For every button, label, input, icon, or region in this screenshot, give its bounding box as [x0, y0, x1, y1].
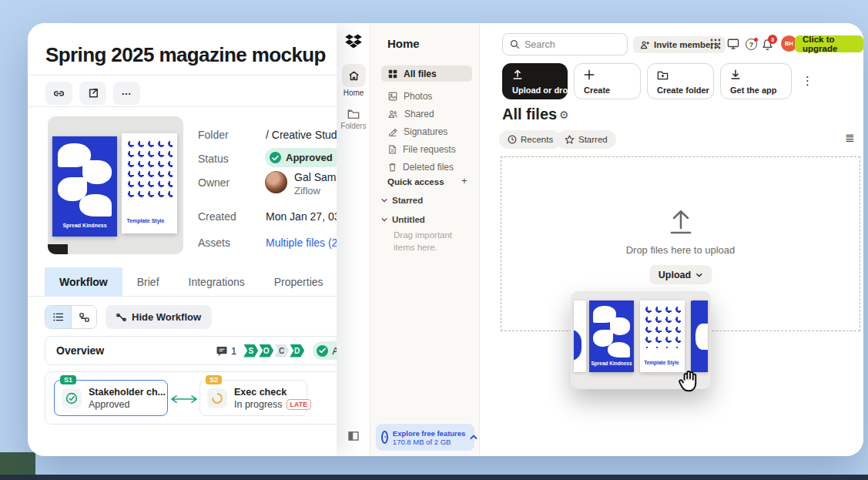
- stage-badge-c: C: [274, 344, 289, 357]
- created-value: Mon Jan 27, 03:: [266, 210, 337, 223]
- step-title: Exec check: [234, 387, 287, 398]
- dropzone-upload-button[interactable]: Upload: [649, 265, 712, 284]
- apps-grid-icon[interactable]: [710, 39, 721, 52]
- sidebar-item-label: Deleted files: [403, 162, 454, 173]
- copy-link-button[interactable]: [45, 82, 72, 105]
- tab-properties[interactable]: Properties: [260, 267, 337, 297]
- upload-button-label: Upload: [659, 270, 691, 280]
- assets-link[interactable]: Multiple files (2): [266, 237, 337, 249]
- storage-upsell[interactable]: ◔ Explore free features 170.8 MB of 2 GB: [376, 424, 474, 451]
- flow-view-icon: [79, 313, 89, 322]
- folder-label: Folder: [198, 129, 229, 141]
- more-options-button[interactable]: …: [113, 82, 140, 105]
- rail-home-label[interactable]: Home: [337, 89, 370, 97]
- sidebar-item-photos[interactable]: Photos: [381, 88, 472, 104]
- more-actions-icon[interactable]: ⋮: [802, 74, 813, 88]
- cover-thumbnail-spread-kindness: Spread Kindness: [589, 300, 634, 372]
- workflow-overview-row[interactable]: Overview 1 S O C D Approved: [45, 336, 337, 365]
- upload-or-drop-button[interactable]: Upload or drop: [502, 63, 568, 99]
- assets-label: Assets: [198, 237, 230, 249]
- rail-folders-label[interactable]: Folders: [337, 122, 370, 130]
- notification-count-badge: 3: [768, 35, 777, 44]
- step-status: Approved: [89, 399, 130, 410]
- collapse-sidebar-icon[interactable]: [348, 430, 359, 444]
- starred-filter-chip[interactable]: Starred: [556, 130, 616, 149]
- proof-thumbnail[interactable]: Spread Kindness Template Style: [48, 116, 183, 254]
- folder-plus-icon: [657, 69, 669, 83]
- quick-access-heading: Quick access: [387, 177, 444, 186]
- comment-icon: [216, 346, 227, 356]
- dropbox-main: Invite members ? 3 BH Click to upgrade: [480, 23, 863, 456]
- home-icon: [348, 70, 360, 82]
- list-view-icon: [53, 313, 63, 321]
- create-button[interactable]: Create: [574, 63, 641, 99]
- gear-icon[interactable]: ⚙: [559, 109, 569, 121]
- tab-integrations[interactable]: Integrations: [174, 267, 260, 297]
- notifications-bell-icon[interactable]: 3: [762, 39, 773, 54]
- hide-workflow-button[interactable]: Hide Workflow: [106, 305, 212, 329]
- signature-icon: [388, 127, 397, 136]
- list-view-icon[interactable]: ≣: [845, 131, 855, 145]
- stage-badge-d: D: [290, 344, 304, 357]
- quick-access-hint: Drag important items here.: [394, 230, 464, 253]
- search-input[interactable]: [524, 39, 617, 50]
- dropbox-logo-icon[interactable]: [345, 34, 362, 52]
- owner-avatar: [265, 171, 287, 193]
- upload-icon: [512, 69, 523, 83]
- create-folder-button[interactable]: Create folder: [647, 63, 714, 99]
- sidebar-item-file-requests[interactable]: File requests: [381, 141, 472, 157]
- sidebar-item-label: Shared: [404, 109, 434, 119]
- folder-icon: [347, 109, 360, 119]
- check-circle-icon: [270, 152, 281, 163]
- stage-badge-o: O: [259, 344, 273, 357]
- dropbox-sidebar: Home All files Photos Shared Signatures …: [370, 23, 480, 456]
- search-input-wrapper[interactable]: [502, 33, 628, 55]
- quick-access-untitled[interactable]: Untitled: [381, 215, 425, 224]
- chevron-up-icon[interactable]: [470, 435, 478, 440]
- step-title: Stakeholder ch...: [89, 387, 166, 398]
- chevron-down-icon: [381, 217, 387, 222]
- storage-title: Explore free features: [393, 429, 466, 438]
- status-label: Status: [198, 153, 229, 165]
- invite-person-icon: [640, 40, 650, 49]
- help-icon[interactable]: ?: [746, 39, 757, 50]
- rail-item-home[interactable]: [342, 64, 366, 87]
- view-toggle-group: [45, 305, 97, 329]
- list-view-toggle[interactable]: [45, 306, 71, 328]
- cover-title: Template Style: [126, 218, 164, 224]
- check-circle-icon: [317, 345, 328, 357]
- tab-brief[interactable]: Brief: [122, 267, 174, 297]
- recents-filter-chip[interactable]: Recents: [499, 130, 561, 149]
- help-notification-dot: [754, 38, 758, 42]
- plus-icon: [584, 69, 595, 83]
- quick-access-add-button[interactable]: +: [461, 175, 468, 186]
- upgrade-button[interactable]: Click to upgrade: [795, 35, 863, 52]
- sidebar-item-signatures[interactable]: Signatures: [381, 123, 472, 139]
- dropbox-rail: Home Folders: [337, 23, 370, 456]
- approved-step-icon: [62, 388, 82, 408]
- background-bottom-bar: [0, 475, 868, 480]
- workflow-step-1[interactable]: S1 Stakeholder ch... Approved: [54, 380, 168, 416]
- sidebar-item-shared[interactable]: Shared: [381, 106, 472, 122]
- quick-access-starred[interactable]: Starred: [381, 196, 423, 205]
- step-tag: S1: [60, 375, 76, 384]
- rail-item-folders[interactable]: [347, 106, 360, 120]
- owner-name: Gal Samari: [294, 171, 337, 183]
- screen-share-icon[interactable]: [727, 39, 739, 52]
- share-button[interactable]: [79, 82, 106, 105]
- shared-icon: [388, 109, 398, 119]
- page-background: Home Folders Home All files Photos Shar: [0, 0, 868, 480]
- in-progress-step-icon: [207, 388, 227, 408]
- sidebar-item-deleted-files[interactable]: Deleted files: [381, 159, 472, 175]
- workflow-step-2[interactable]: S2 Exec check In progress LATE: [199, 380, 307, 416]
- flow-view-toggle[interactable]: [71, 306, 96, 328]
- get-the-app-button[interactable]: Get the app: [720, 63, 792, 99]
- sidebar-item-all-files[interactable]: All files: [381, 65, 472, 82]
- download-icon: [730, 69, 741, 83]
- tab-workflow[interactable]: Workflow: [45, 267, 122, 297]
- overview-status-badge: Approved: [313, 341, 337, 360]
- create-label: Create: [584, 86, 610, 95]
- step-connector-arrow: [169, 393, 199, 407]
- proof-tabs: Workflow Brief Integrations Properties: [28, 267, 337, 297]
- cover-thumbnail-partial-left: [574, 300, 586, 372]
